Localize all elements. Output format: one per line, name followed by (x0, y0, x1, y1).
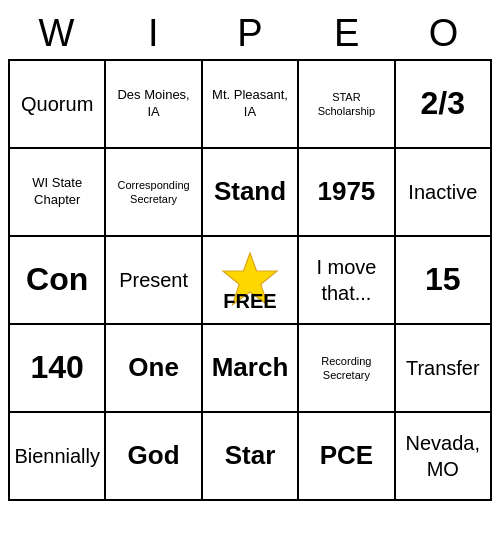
header-p: P (202, 8, 299, 59)
cell-4-3[interactable]: PCE (298, 412, 394, 500)
cell-2-0[interactable]: Con (9, 236, 105, 324)
cell-2-3[interactable]: I move that... (298, 236, 394, 324)
cell-1-1[interactable]: Corresponding Secretary (105, 148, 201, 236)
cell-3-3[interactable]: Recording Secretary (298, 324, 394, 412)
header-e: E (298, 8, 395, 59)
bingo-card: W I P E O Quorum Des Moines, IA Mt. Plea… (8, 8, 492, 501)
cell-3-2[interactable]: March (202, 324, 298, 412)
cell-2-1[interactable]: Present (105, 236, 201, 324)
cell-0-0[interactable]: Quorum (9, 60, 105, 148)
cell-0-2[interactable]: Mt. Pleasant, IA (202, 60, 298, 148)
cell-2-4[interactable]: 15 (395, 236, 491, 324)
cell-4-0[interactable]: Biennially (9, 412, 105, 500)
free-label: FREE (223, 290, 276, 313)
cell-1-2[interactable]: Stand (202, 148, 298, 236)
cell-4-4[interactable]: Nevada, MO (395, 412, 491, 500)
cell-1-3[interactable]: 1975 (298, 148, 394, 236)
cell-3-0[interactable]: 140 (9, 324, 105, 412)
cell-2-2-free[interactable]: FREE (202, 236, 298, 324)
cell-4-2[interactable]: Star (202, 412, 298, 500)
cell-0-1[interactable]: Des Moines, IA (105, 60, 201, 148)
header-o: O (395, 8, 492, 59)
header-i: I (105, 8, 202, 59)
cell-3-4[interactable]: Transfer (395, 324, 491, 412)
cell-0-3[interactable]: STAR Scholarship (298, 60, 394, 148)
cell-1-4[interactable]: Inactive (395, 148, 491, 236)
bingo-header: W I P E O (8, 8, 492, 59)
bingo-grid: Quorum Des Moines, IA Mt. Pleasant, IA S… (8, 59, 492, 501)
cell-3-1[interactable]: One (105, 324, 201, 412)
cell-1-0[interactable]: WI State Chapter (9, 148, 105, 236)
cell-4-1[interactable]: God (105, 412, 201, 500)
cell-0-4[interactable]: 2/3 (395, 60, 491, 148)
header-w: W (8, 8, 105, 59)
